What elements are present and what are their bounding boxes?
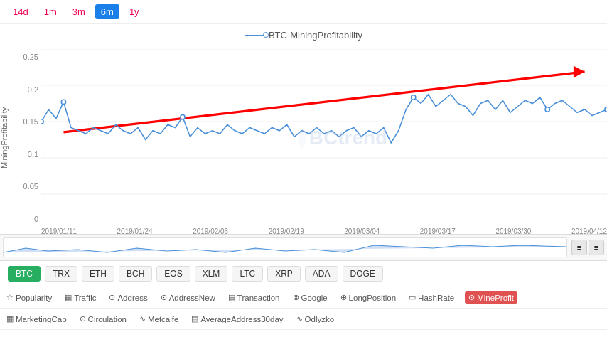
metric-metcalfe[interactable]: ∿ Metcalfe — [137, 313, 181, 325]
x-label-5: 2019/03/17 — [420, 228, 456, 235]
scroll-left-btn[interactable]: ≡ — [571, 240, 587, 255]
y-axis: 0.25 0.2 0.15 0.1 0.05 0 — [11, 53, 41, 223]
transaction-icon: ▤ — [228, 293, 235, 302]
chart-title-text: BTC-MiningProfitability — [269, 30, 362, 41]
long-position-icon: ⊕ — [340, 293, 347, 302]
address-new-icon: ⊙ — [161, 293, 167, 302]
x-label-2: 2019/02/06 — [193, 228, 228, 235]
metric-hash-rate[interactable]: ▭ HashRate — [407, 291, 456, 304]
time-btn-1y[interactable]: 1y — [124, 4, 145, 19]
time-btn-6m[interactable]: 6m — [95, 4, 119, 19]
x-label-1: 2019/01/24 — [117, 228, 153, 235]
mini-chart[interactable] — [3, 237, 567, 257]
metric-address[interactable]: ⊙ Address — [107, 291, 149, 304]
y-label-015: 0.15 — [14, 117, 38, 126]
coin-btn-btc[interactable]: BTC — [8, 266, 41, 282]
coin-btn-eos[interactable]: EOS — [156, 266, 190, 282]
mine-profit-icon: ⊙ — [468, 293, 475, 302]
metric-google[interactable]: ⊗ Google — [291, 291, 330, 304]
y-label-025: 0.25 — [14, 53, 38, 61]
metric-traffic[interactable]: ▦ Traffic — [63, 291, 98, 304]
x-axis: 2019/01/11 2019/01/24 2019/02/06 2019/02… — [41, 228, 607, 235]
y-label-010: 0.1 — [14, 150, 38, 159]
traffic-icon: ▦ — [65, 293, 72, 302]
metric-popularity[interactable]: ☆ Popularity — [4, 291, 54, 304]
x-label-0: 2019/01/11 — [41, 228, 77, 235]
svg-point-8 — [41, 119, 43, 124]
metric-mine-profit[interactable]: ⊙ MineProfit — [465, 291, 517, 304]
y-label-020: 0.2 — [14, 85, 38, 94]
time-btn-1m[interactable]: 1m — [38, 4, 63, 19]
metric-circulation[interactable]: ⊙ Circulation — [77, 313, 129, 325]
avg-address-icon: ▤ — [191, 314, 198, 323]
coin-btn-eth[interactable]: ETH — [82, 266, 114, 282]
y-axis-label: MiningProfitability — [0, 53, 11, 223]
metric-odlyzko[interactable]: ∿ Odlyzko — [294, 313, 337, 325]
time-btn-14d[interactable]: 14d — [7, 4, 34, 19]
hash-rate-icon: ▭ — [409, 293, 416, 302]
metric-transaction[interactable]: ▤ Transaction — [226, 291, 282, 304]
coin-btn-ada[interactable]: ADA — [305, 266, 338, 282]
marketing-cap-icon: ▦ — [6, 314, 14, 323]
svg-point-12 — [545, 107, 549, 112]
y-label-005: 0.05 — [14, 182, 38, 191]
time-btn-3m[interactable]: 3m — [67, 4, 91, 19]
top-bar: 14d 1m 3m 6m 1y — [0, 0, 607, 24]
svg-point-9 — [61, 100, 65, 104]
coin-btn-xrp[interactable]: XRP — [267, 266, 301, 282]
metric-long-position[interactable]: ⊕ LongPosition — [338, 291, 399, 304]
chart-title: BTC-MiningProfitability — [0, 24, 607, 42]
metrics-bar-2: ▦ MarketingCap ⊙ Circulation ∿ Metcalfe … — [0, 309, 607, 330]
x-label-6: 2019/03/30 — [495, 228, 531, 235]
address-icon: ⊙ — [109, 293, 115, 302]
coin-btn-bch[interactable]: BCH — [119, 266, 152, 282]
svg-point-10 — [181, 114, 185, 119]
svg-marker-7 — [574, 65, 585, 77]
odlyzko-icon: ∿ — [296, 314, 303, 323]
scroll-right-btn[interactable]: ≡ — [589, 240, 604, 255]
chart-svg — [41, 49, 607, 230]
mini-chart-bar: ≡ ≡ — [0, 234, 607, 261]
metric-avg-address-30day[interactable]: ▤ AverageAddress30day — [189, 313, 285, 325]
metcalfe-icon: ∿ — [139, 314, 146, 323]
svg-line-6 — [63, 72, 584, 132]
circulation-icon: ⊙ — [80, 314, 86, 323]
y-label-000: 0 — [14, 215, 38, 223]
coin-bar: BTC TRX ETH BCH EOS XLM LTC XRP ADA DOGE — [0, 261, 607, 287]
svg-point-11 — [412, 95, 416, 100]
google-icon: ⊗ — [293, 293, 299, 302]
x-label-3: 2019/02/19 — [269, 228, 304, 235]
x-label-7: 2019/04/12 — [571, 228, 607, 235]
metric-marketing-cap[interactable]: ▦ MarketingCap — [4, 313, 69, 325]
coin-btn-ltc[interactable]: LTC — [232, 266, 263, 282]
popularity-icon: ☆ — [6, 293, 14, 302]
coin-btn-doge[interactable]: DOGE — [343, 266, 383, 282]
x-label-4: 2019/03/04 — [344, 228, 380, 235]
scroll-buttons: ≡ ≡ — [570, 240, 604, 255]
coin-btn-xlm[interactable]: XLM — [195, 266, 228, 282]
metrics-bar-1: ☆ Popularity ▦ Traffic ⊙ Address ⊙ Addre… — [0, 287, 607, 309]
chart-area: BTC-MiningProfitability MiningProfitabil… — [0, 24, 607, 234]
coin-btn-trx[interactable]: TRX — [45, 266, 77, 282]
metric-address-new[interactable]: ⊙ AddressNew — [159, 291, 217, 304]
